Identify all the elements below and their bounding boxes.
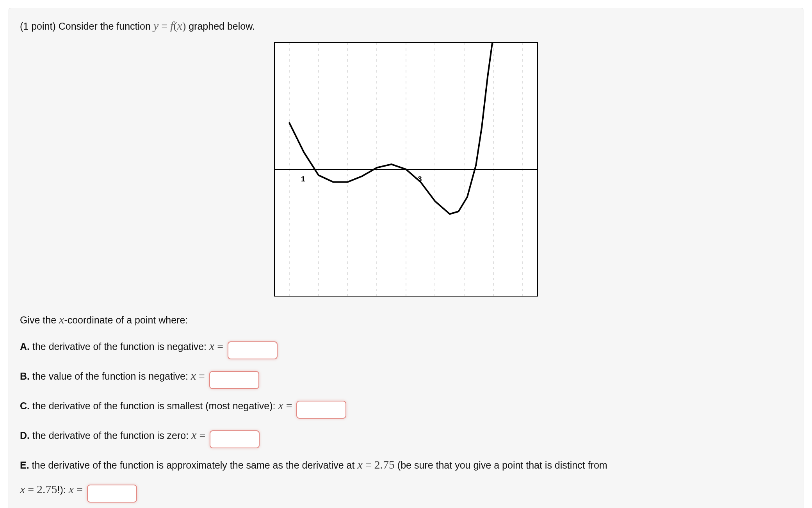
point-value: (1 point) — [20, 21, 56, 32]
text-b: the value of the function is negative: — [32, 371, 188, 382]
var3-e: x — [69, 483, 74, 496]
answer-input-d[interactable] — [210, 430, 260, 448]
var-c: x — [278, 399, 283, 412]
eq-arg-close: ) — [182, 20, 186, 32]
paren-e: (be sure that you give a point that is d… — [397, 460, 607, 471]
prompt-post: graphed below. — [189, 21, 255, 32]
var-d: x — [191, 428, 196, 441]
label-e: E. — [20, 460, 29, 471]
question-a: A. the derivative of the function is neg… — [20, 334, 792, 359]
answer-input-c[interactable] — [296, 401, 346, 419]
answer-input-b[interactable] — [209, 371, 259, 389]
op-d: = — [199, 429, 205, 441]
bang-e: !): — [57, 484, 66, 495]
var-b: x — [191, 369, 196, 382]
lead-post: -coordinate of a point where: — [64, 314, 188, 325]
label-a: A. — [20, 341, 30, 352]
op2-e: = — [28, 483, 34, 496]
op-e: = — [365, 459, 372, 471]
var-e: x — [357, 458, 362, 471]
x-tick-3: 3 — [418, 173, 422, 185]
lead: Give the x-coordinate of a point where: — [20, 311, 792, 329]
op-a: = — [217, 340, 223, 352]
op3-e: = — [77, 483, 83, 496]
graph-svg — [275, 43, 537, 296]
eq-f: f — [170, 19, 173, 32]
x-tick-1: 1 — [301, 173, 305, 185]
val-e: 2.75 — [374, 458, 395, 471]
graph-plot: 1 3 — [274, 42, 538, 297]
lead-pre: Give the — [20, 314, 59, 325]
op-c: = — [286, 400, 292, 412]
text-a: the derivative of the function is negati… — [32, 341, 207, 352]
prompt: (1 point) Consider the function y = f(x)… — [20, 17, 792, 35]
eq-arg-open: ( — [173, 20, 177, 32]
question-b: B. the value of the function is negative… — [20, 363, 792, 389]
label-d: D. — [20, 430, 30, 441]
op-b: = — [199, 370, 205, 382]
answer-input-e[interactable] — [87, 485, 137, 503]
question-panel: (1 point) Consider the function y = f(x)… — [9, 8, 803, 508]
graph-container: 1 3 — [20, 42, 792, 301]
question-e: E. the derivative of the function is app… — [20, 452, 792, 503]
lead-var: x — [59, 313, 64, 326]
label-b: B. — [20, 371, 30, 382]
text-c: the derivative of the function is smalle… — [32, 400, 276, 411]
question-d: D. the derivative of the function is zer… — [20, 423, 792, 448]
answer-input-a[interactable] — [228, 341, 278, 359]
var2-e: x — [20, 483, 25, 496]
prompt-pre: Consider the function — [59, 21, 153, 32]
question-c: C. the derivative of the function is sma… — [20, 393, 792, 419]
eq-lhs: y — [153, 19, 158, 32]
eq-arg: x — [177, 19, 182, 32]
text-d: the derivative of the function is zero: — [32, 430, 189, 441]
eq-op: = — [161, 20, 167, 32]
val2-e: 2.75 — [37, 483, 57, 496]
label-c: C. — [20, 400, 30, 411]
text-e: the derivative of the function is approx… — [32, 460, 355, 471]
var-a: x — [209, 339, 214, 352]
